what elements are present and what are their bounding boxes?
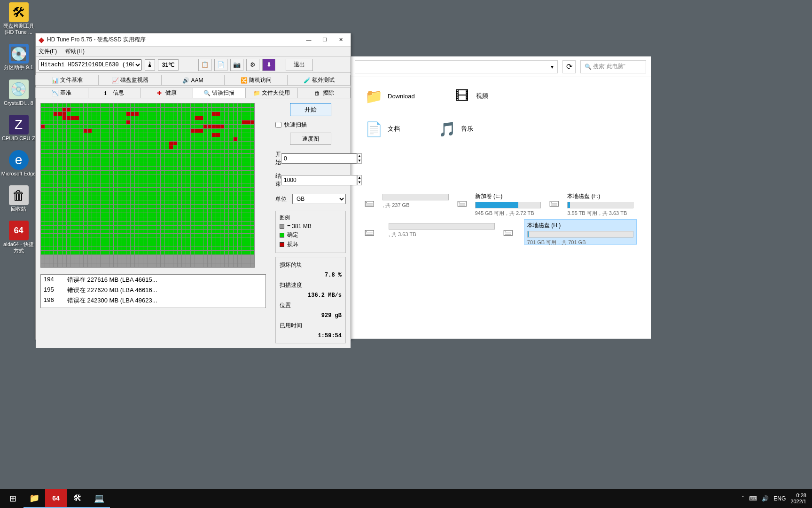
position-label: 位置 [280, 302, 342, 310]
drive-h[interactable]: 本地磁盘 (H:)701 GB 可用，共 701 GB [524, 219, 637, 245]
menu-help[interactable]: 帮助(H) [65, 48, 85, 56]
unit-label: 单位 [275, 195, 292, 203]
music-icon: 🎵 [437, 119, 456, 138]
speed-map-button[interactable]: 速度图 [290, 133, 331, 145]
screenshot-button[interactable]: 📷 [230, 59, 243, 71]
search-icon: 🔍 [585, 64, 592, 70]
error-list[interactable]: 194错误在 227616 MB (LBA 46615... 195错误在 22… [40, 274, 266, 308]
trash-icon: 🗑 [314, 90, 321, 96]
folder-download[interactable]: 📁Download [364, 87, 415, 105]
drive-e[interactable]: 新加卷 (E:)945 GB 可用，共 2.72 TB [472, 190, 545, 215]
taskbar-hdtune[interactable]: 🛠 [67, 489, 88, 508]
tab-health[interactable]: ✚健康 [140, 87, 193, 98]
hdtune-window: ◆ HD Tune Pro 5.75 - 硬盘/SSD 实用程序 — ☐ ✕ 文… [35, 33, 351, 340]
random-icon: 🔀 [241, 77, 247, 84]
error-row[interactable]: 196错误在 242300 MB (LBA 49623... [41, 295, 265, 306]
folder-documents[interactable]: 📄文档 [364, 119, 400, 138]
desktop-icon-cpuz[interactable]: ZCPUID CPU-Z [1, 115, 36, 142]
save-button[interactable]: ⬇ [262, 59, 275, 71]
folder-music[interactable]: 🎵音乐 [437, 119, 473, 138]
tabs-row-1: 📊文件基准 📈磁盘监视器 🔊AAM 🔀随机访问 🧪额外测试 [36, 73, 351, 86]
speed-label: 扫描速度 [280, 281, 342, 289]
taskbar-app[interactable]: 💻 [88, 489, 110, 508]
chevron-down-icon[interactable]: ▾ [551, 64, 554, 70]
info-icon: ℹ [104, 90, 111, 96]
tab-file-benchmark[interactable]: 📊文件基准 [35, 75, 99, 85]
legend-title: 图例 [280, 214, 342, 221]
block-map [40, 103, 255, 268]
unit-select[interactable]: GB [292, 194, 346, 204]
taskbar-explorer[interactable]: 📁 [23, 489, 45, 508]
tab-benchmark[interactable]: 📉基准 [35, 87, 88, 98]
drive-g-partial[interactable]: , 共 3.63 TB [385, 219, 498, 245]
tab-disk-monitor[interactable]: 📈磁盘监视器 [98, 75, 162, 85]
start-input[interactable] [281, 153, 357, 164]
copy-button[interactable]: 📋 [198, 59, 211, 71]
taskbar-aida64[interactable]: 64 [45, 489, 67, 508]
legend: 图例 = 381 MB 确定 损坏 [275, 211, 346, 253]
end-label: 结束 [275, 172, 281, 188]
system-tray: ˄ ⌨ 🔊 ENG 0:282022/1 [742, 492, 810, 505]
drive-select[interactable]: Hitachi HDS721010DLE630 (1000 gB) [39, 59, 142, 71]
start-button[interactable]: ⊞ [2, 489, 23, 508]
minimize-button[interactable]: — [302, 35, 316, 45]
document-icon: 📄 [364, 119, 383, 138]
drive-icon: 🖴 [549, 196, 559, 210]
drive-c-partial[interactable]: , 共 237 GB [379, 190, 452, 215]
tray-chevron-icon[interactable]: ˄ [742, 495, 744, 502]
drive-f[interactable]: 本地磁盘 (F:)3.55 TB 可用，共 3.63 TB [564, 190, 637, 215]
desktop-icon-partition[interactable]: 💽分区助手 9.1 [1, 44, 36, 71]
menu-file[interactable]: 文件(F) [39, 48, 57, 56]
tray-volume-icon[interactable]: 🔊 [762, 495, 769, 502]
search-icon: 🔍 [203, 90, 210, 96]
tab-folder-usage[interactable]: 📁文件夹使用 [245, 87, 298, 98]
start-spinner[interactable]: ▲▼ [357, 153, 362, 164]
desktop-icon-recycle[interactable]: 🗑回收站 [1, 185, 36, 212]
desktop-icon-edge[interactable]: eMicrosoft Edge [1, 150, 36, 177]
window-title: HD Tune Pro 5.75 - 硬盘/SSD 实用程序 [47, 36, 300, 44]
thermometer-icon: 🌡 [145, 59, 155, 71]
file-icon: 📊 [52, 77, 58, 84]
start-button[interactable]: 开始 [290, 103, 331, 116]
end-spinner[interactable]: ▲▼ [357, 175, 362, 185]
maximize-button[interactable]: ☐ [318, 35, 332, 45]
tab-erase[interactable]: 🗑擦除 [297, 87, 351, 98]
tray-lang[interactable]: ENG [773, 495, 786, 502]
tray-ime-icon[interactable]: ⌨ [749, 495, 757, 502]
tab-error-scan[interactable]: 🔍错误扫描 [193, 87, 246, 98]
close-button[interactable]: ✕ [334, 35, 348, 45]
search-input[interactable]: 🔍 搜索"此电脑" [580, 60, 646, 73]
error-row[interactable]: 194错误在 227616 MB (LBA 46615... [41, 275, 265, 285]
options-button[interactable]: ⚙ [246, 59, 259, 71]
titlebar[interactable]: ◆ HD Tune Pro 5.75 - 硬盘/SSD 实用程序 — ☐ ✕ [36, 33, 351, 47]
refresh-button[interactable]: ⟳ [562, 60, 576, 73]
drive-icon: 🖴 [364, 225, 381, 239]
tab-random-access[interactable]: 🔀随机访问 [224, 75, 288, 85]
clock[interactable]: 0:282022/1 [790, 492, 806, 505]
video-icon: 🎞 [453, 87, 471, 105]
address-bar[interactable]: ▾ [355, 60, 558, 73]
copy2-button[interactable]: 📄 [214, 59, 227, 71]
damaged-value: 7.8 % [280, 272, 342, 278]
drive-icon: 🖴 [503, 225, 519, 239]
desktop-icon-aida64[interactable]: 64aida64 - 快捷方式 [1, 221, 36, 254]
exit-button[interactable]: 退出 [286, 59, 313, 71]
folder-videos[interactable]: 🎞视频 [453, 87, 488, 105]
tab-aam[interactable]: 🔊AAM [161, 75, 225, 85]
quick-scan-checkbox[interactable]: 快速扫描 [275, 121, 346, 129]
end-input[interactable] [281, 175, 357, 185]
speaker-icon: 🔊 [182, 77, 189, 84]
tab-extra-tests[interactable]: 🧪额外测试 [287, 75, 351, 85]
drive-icon: 🖴 [457, 196, 467, 210]
stats-panel: 损坏的块 7.8 % 扫描速度 136.2 MB/s 位置 929 gB 已用时… [275, 257, 346, 343]
tabs-row-2: 📉基准 ℹ信息 ✚健康 🔍错误扫描 📁文件夹使用 🗑擦除 [36, 86, 351, 98]
desktop-icon-crystaldisk[interactable]: 💿CrystalDi... 8 [1, 79, 36, 106]
taskbar: ⊞ 📁 64 🛠 💻 ˄ ⌨ 🔊 ENG 0:282022/1 [0, 489, 812, 508]
toolbar: Hitachi HDS721010DLE630 (1000 gB) 🌡 31℃ … [36, 57, 351, 73]
desktop-icon-hdtune[interactable]: 🛠硬盘检测工具(HD Tune ... [1, 2, 36, 35]
temperature: 31℃ [158, 59, 179, 71]
menubar: 文件(F) 帮助(H) [36, 47, 351, 57]
tab-info[interactable]: ℹ信息 [88, 87, 141, 98]
download-icon: 📁 [364, 87, 383, 105]
error-row[interactable]: 195错误在 227620 MB (LBA 46616... [41, 285, 265, 295]
